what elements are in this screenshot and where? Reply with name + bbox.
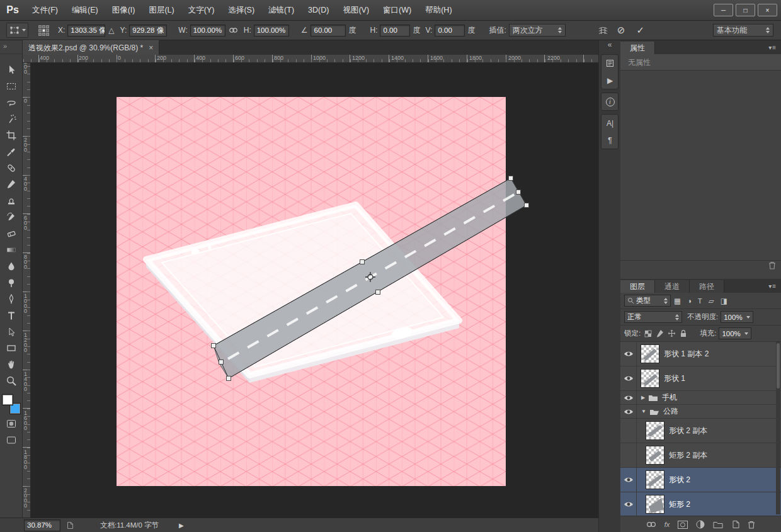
new-layer-icon[interactable]: [731, 520, 739, 529]
layer-thumbnail[interactable]: [646, 421, 664, 440]
history-panel-icon[interactable]: [601, 55, 619, 72]
crop-tool[interactable]: [0, 127, 23, 144]
layer-thumbnail[interactable]: [646, 495, 664, 514]
document-canvas[interactable]: [31, 63, 598, 518]
eraser-tool[interactable]: [0, 225, 23, 242]
menu-filter[interactable]: 滤镜(T): [261, 0, 301, 20]
document-tab[interactable]: 透视效果2.psd @ 30.9%(RGB/8) * ×: [23, 40, 159, 55]
menu-help[interactable]: 帮助(H): [418, 0, 459, 20]
relative-positioning-icon[interactable]: △: [108, 26, 114, 35]
filter-adjustment-icon[interactable]: ◑: [687, 297, 692, 305]
blend-mode-select[interactable]: 正常: [624, 311, 682, 323]
trash-icon[interactable]: [768, 261, 776, 269]
delete-layer-icon[interactable]: [748, 521, 755, 529]
filter-kind-select[interactable]: 类型: [624, 295, 671, 307]
close-button[interactable]: ×: [758, 4, 777, 16]
type-tool[interactable]: [0, 307, 23, 324]
rectangle-tool[interactable]: [0, 340, 23, 356]
tab-paths[interactable]: 路径: [690, 280, 724, 293]
tab-channels[interactable]: 通道: [655, 280, 690, 293]
menu-file[interactable]: 文件(F): [25, 0, 65, 20]
tab-close-icon[interactable]: ×: [149, 43, 153, 52]
filter-shape-icon[interactable]: ▱: [709, 297, 714, 305]
width-scale-input[interactable]: 100.00%: [190, 25, 225, 37]
layer-group-row[interactable]: ▼ 公路: [620, 405, 781, 419]
layer-visibility-toggle[interactable]: [620, 492, 637, 516]
layer-thumbnail[interactable]: [646, 446, 664, 465]
layer-visibility-toggle[interactable]: [620, 419, 637, 443]
healing-brush-tool[interactable]: [0, 160, 23, 176]
menu-3d[interactable]: 3D(D): [301, 0, 336, 20]
layer-row[interactable]: 形状 2 副本: [620, 419, 781, 443]
actions-panel-icon[interactable]: ▶: [601, 72, 619, 89]
group-collapse-icon[interactable]: ▶: [641, 395, 645, 400]
filter-type-icon[interactable]: T: [698, 297, 702, 305]
layer-row[interactable]: 形状 1: [620, 366, 781, 391]
lasso-tool[interactable]: [0, 94, 23, 111]
magic-wand-tool[interactable]: [0, 111, 23, 127]
new-group-icon[interactable]: [713, 521, 723, 528]
lock-all-icon[interactable]: [680, 329, 687, 337]
menu-window[interactable]: 窗口(W): [376, 0, 418, 20]
h-skew-input[interactable]: 0.00: [380, 25, 410, 37]
rectangular-marquee-tool[interactable]: [0, 78, 23, 94]
layer-row[interactable]: 形状 1 副本 2: [620, 342, 781, 366]
color-swatches[interactable]: [2, 394, 21, 414]
interpolation-select[interactable]: 两次立方: [509, 24, 566, 37]
commit-transform-button[interactable]: ✓: [636, 25, 644, 36]
layer-visibility-toggle[interactable]: [620, 366, 637, 390]
layer-visibility-toggle[interactable]: [620, 443, 637, 467]
group-expand-icon[interactable]: ▼: [641, 409, 646, 414]
x-position-input[interactable]: 1303.35 像: [67, 25, 105, 37]
layer-row-selected[interactable]: 矩形 2: [620, 492, 781, 516]
minimize-button[interactable]: ─: [714, 4, 733, 16]
layer-thumbnail[interactable]: [641, 369, 659, 388]
layer-row[interactable]: 矩形 2 副本: [620, 443, 781, 468]
layer-thumbnail[interactable]: [646, 470, 664, 489]
layer-visibility-toggle[interactable]: [620, 391, 637, 404]
link-dimensions-icon[interactable]: [229, 26, 238, 34]
info-panel-icon[interactable]: i: [601, 93, 619, 110]
dodge-tool[interactable]: [0, 274, 23, 291]
maximize-button[interactable]: □: [736, 4, 755, 16]
zoom-level-input[interactable]: 30.87%: [24, 519, 60, 531]
brush-tool[interactable]: [0, 176, 23, 193]
character-panel-icon[interactable]: A|: [601, 115, 619, 132]
menu-layer[interactable]: 图层(L): [142, 0, 181, 20]
panel-menu-icon[interactable]: ▾≡: [768, 42, 777, 54]
path-selection-tool[interactable]: [0, 324, 23, 340]
status-options-arrow-icon[interactable]: ▶: [179, 522, 184, 529]
hand-tool[interactable]: [0, 356, 23, 373]
expand-panels-icon[interactable]: «: [599, 40, 620, 51]
eyedropper-tool[interactable]: [0, 144, 23, 160]
cancel-transform-button[interactable]: ⊘: [617, 25, 625, 36]
height-scale-input[interactable]: 100.00%: [254, 25, 289, 37]
layer-visibility-toggle[interactable]: [620, 405, 637, 418]
link-layers-icon[interactable]: [646, 521, 656, 528]
layer-effects-icon[interactable]: fx: [664, 521, 670, 528]
add-layer-mask-icon[interactable]: [678, 521, 688, 529]
v-skew-input[interactable]: 0.00: [435, 25, 465, 37]
menu-select[interactable]: 选择(S): [221, 0, 261, 20]
move-tool[interactable]: [0, 62, 23, 78]
screen-mode-button[interactable]: [0, 432, 23, 448]
quick-mask-button[interactable]: [0, 416, 23, 432]
menu-type[interactable]: 文字(Y): [181, 0, 222, 20]
lock-image-pixels-icon[interactable]: [656, 329, 664, 337]
pen-tool[interactable]: [0, 291, 23, 307]
adjustment-layer-icon[interactable]: [696, 520, 705, 529]
layer-visibility-toggle[interactable]: [620, 342, 637, 366]
reference-point-locator[interactable]: [38, 25, 49, 36]
layers-scrollbar[interactable]: [776, 342, 780, 514]
menu-edit[interactable]: 编辑(E): [65, 0, 105, 20]
foreground-color-swatch[interactable]: [2, 394, 13, 405]
rotation-angle-input[interactable]: 60.00: [311, 25, 346, 37]
toolbar-collapse-icon[interactable]: »: [0, 40, 22, 54]
tab-properties[interactable]: 属性: [620, 42, 655, 54]
paragraph-panel-icon[interactable]: ¶: [601, 132, 619, 149]
fill-input[interactable]: 100%: [719, 327, 751, 339]
gradient-tool[interactable]: [0, 242, 23, 258]
history-brush-tool[interactable]: [0, 209, 23, 225]
clone-stamp-tool[interactable]: [0, 193, 23, 209]
layer-row-selected[interactable]: 形状 2: [620, 468, 781, 492]
